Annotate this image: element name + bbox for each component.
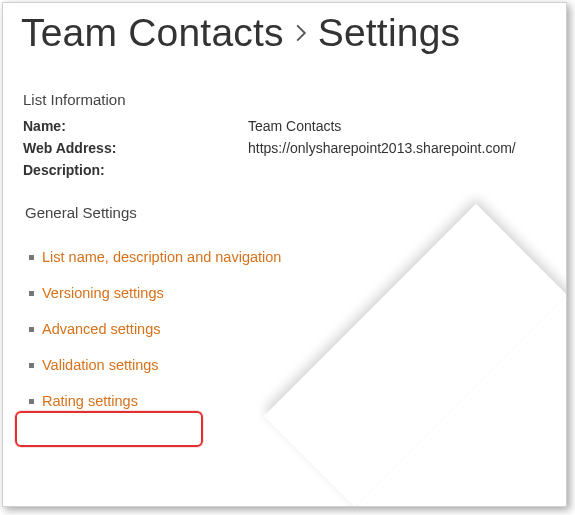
name-value: Team Contacts <box>248 118 548 134</box>
link-list-name-description-navigation[interactable]: List name, description and navigation <box>42 249 281 265</box>
list-item: List name, description and navigation <box>29 239 548 275</box>
bullet-icon <box>29 363 34 368</box>
description-label: Description: <box>23 162 248 178</box>
link-rating-settings[interactable]: Rating settings <box>42 393 138 409</box>
chevron-right-icon <box>294 24 308 42</box>
general-settings-heading: General Settings <box>25 204 548 221</box>
breadcrumb-parent-link[interactable]: Team Contacts <box>21 11 284 55</box>
list-information-table: Name: Team Contacts Web Address: https:/… <box>23 118 548 178</box>
list-information-heading: List Information <box>23 91 548 108</box>
link-advanced-settings[interactable]: Advanced settings <box>42 321 161 337</box>
web-address-label: Web Address: <box>23 140 248 156</box>
list-item: Versioning settings <box>29 275 548 311</box>
breadcrumb: Team Contacts Settings <box>3 3 566 63</box>
web-address-value: https://onlysharepoint2013.sharepoint.co… <box>248 140 548 156</box>
list-item: Advanced settings <box>29 311 548 347</box>
description-value <box>248 162 548 178</box>
list-item: Validation settings <box>29 347 548 383</box>
list-information-section: List Information Name: Team Contacts Web… <box>3 63 566 419</box>
bullet-icon <box>29 255 34 260</box>
name-label: Name: <box>23 118 248 134</box>
settings-page: Team Contacts Settings List Information … <box>2 2 567 507</box>
bullet-icon <box>29 399 34 404</box>
breadcrumb-current: Settings <box>318 11 461 55</box>
bullet-icon <box>29 291 34 296</box>
list-item: Rating settings <box>29 383 548 419</box>
general-settings-links: List name, description and navigation Ve… <box>23 239 548 419</box>
link-versioning-settings[interactable]: Versioning settings <box>42 285 164 301</box>
link-validation-settings[interactable]: Validation settings <box>42 357 159 373</box>
bullet-icon <box>29 327 34 332</box>
